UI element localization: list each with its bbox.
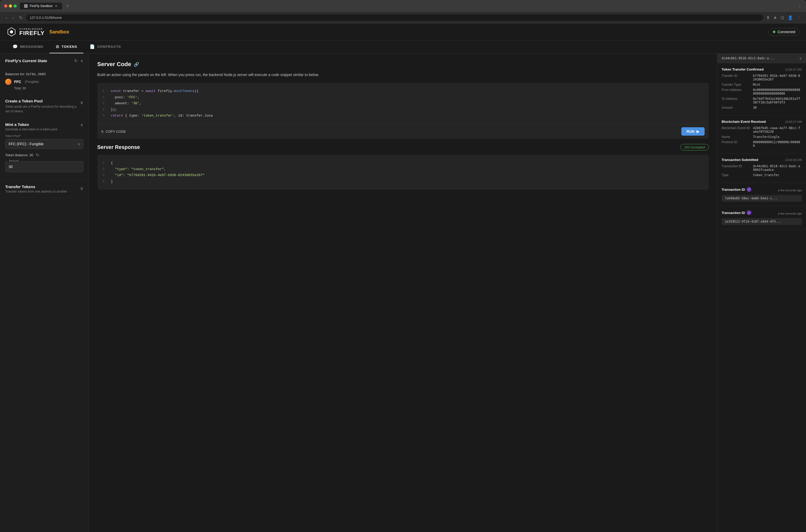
split-view-icon[interactable]: ⊡ <box>780 14 785 21</box>
share-icon[interactable]: ⬆ <box>765 14 771 21</box>
to-address-row: To Address: 0x74df7643a149d148b261aff387… <box>721 97 802 104</box>
transaction-id-2-section: Transaction ID ✓ a few seconds ago 1e359… <box>717 206 806 229</box>
current-state-header[interactable]: FireFly's Current State ↻ ∧ <box>0 54 89 68</box>
token-pool-field: Token Pool* FFC (FFC) - Fungible ∨ <box>5 134 83 149</box>
transaction-submitted-header: Transaction Submitted 12:02:26.378 <box>721 158 802 162</box>
code-content: 1 const transfer = await firefly.mintTok… <box>97 83 709 124</box>
minimize-window-button[interactable] <box>9 4 12 7</box>
app-nav: 💬 MESSAGING ⊙ TOKENS 📄 CONTRACTS <box>0 40 806 54</box>
transfer-id-key: Transfer ID: <box>721 74 753 81</box>
refresh-state-button[interactable]: ↻ <box>74 58 78 63</box>
copy-code-button[interactable]: ⎘ COPY CODE <box>101 130 126 134</box>
url-input[interactable] <box>26 14 763 21</box>
menu-icon[interactable]: ⋮ <box>795 14 802 21</box>
run-button[interactable]: RUN ▶ <box>681 127 705 136</box>
code-line-4: 4 }); <box>102 107 704 113</box>
forward-button[interactable]: › <box>11 14 15 21</box>
create-pool-header[interactable]: Create a Token Pool Token pools are a Fi… <box>0 95 89 118</box>
tx-submitted-id-row: Transaction ID: dc44c6b1-0518-42c2-8adc-… <box>721 164 802 172</box>
from-address-val: 0x00000000000000000000000000000000000000… <box>753 88 802 95</box>
res-line-num-4: 4 <box>102 178 107 185</box>
amount-field-wrapper: Amount <box>5 161 83 172</box>
maximize-window-button[interactable] <box>14 4 17 7</box>
reload-button[interactable]: ↻ <box>18 14 24 21</box>
current-state-content: Balances for: 0x74d...0fdf3 FFC (Fungibl… <box>0 68 89 94</box>
from-address-key: From Address: <box>721 88 753 95</box>
res-line-num-2: 2 <box>102 166 107 172</box>
mint-content: Mint a Token Generate a new token in a t… <box>0 118 89 180</box>
transaction-submitted-section: Transaction Submitted 12:02:26.378 Trans… <box>717 154 806 183</box>
res-text-1: { <box>111 160 113 166</box>
blockchain-event-id-val: 42b6fb45-caaa-4a77-88cc-fa4a70758220 <box>753 126 802 134</box>
browser-titlebar: FireFly Sandbox ✕ + ⋮ <box>0 0 806 12</box>
token-pool-select[interactable]: FFC (FFC) - Fungible <box>5 139 83 149</box>
transaction-submitted-title: Transaction Submitted <box>721 158 758 162</box>
transaction-submitted-timestamp: 12:02:26.378 <box>785 158 802 162</box>
current-state-title: FireFly's Current State <box>5 59 47 63</box>
res-line-num-1: 1 <box>102 160 107 166</box>
server-code-block: 1 const transfer = await firefly.mintTok… <box>97 83 709 139</box>
response-title: Server Response <box>97 144 140 150</box>
transfer-id-row: Transfer ID: b7704391-941b-4e97-b938-024… <box>721 74 802 81</box>
run-label: RUN <box>687 129 694 134</box>
back-button[interactable]: ‹ <box>4 14 8 21</box>
sidebar: FireFly's Current State ↻ ∧ Balances for… <box>0 54 89 532</box>
blockchain-event-id-key: Blockchain Event ID: <box>721 126 753 134</box>
collapse-state-button[interactable]: ∧ <box>80 58 83 63</box>
blockchain-event-section: Blockchain Event Received 12:02:27.249 B… <box>717 115 806 154</box>
amount-input[interactable] <box>5 161 83 172</box>
blockchain-event-header: Blockchain Event Received 12:02:27.249 <box>721 120 802 124</box>
tab-messaging-label: MESSAGING <box>20 45 43 49</box>
transfer-header[interactable]: Transfer Tokens Transfer tokens from one… <box>0 180 89 197</box>
token-balance-label: Token Balance: 30 <box>5 153 33 157</box>
token-type: (Fungible) <box>25 80 39 83</box>
transfer-id-val: b7704391-941b-4e97-b938-02430655e267 <box>753 74 802 81</box>
tab-close-icon[interactable]: ✕ <box>55 4 58 8</box>
connected-dot-icon <box>773 31 775 33</box>
link-icon[interactable]: 🔗 <box>134 62 139 67</box>
line-num-4: 4 <box>102 107 107 113</box>
token-transfer-timestamp: 12:02:27.255 <box>785 68 802 71</box>
blockchain-event-id-row: Blockchain Event ID: 42b6fb45-caaa-4a77-… <box>721 126 802 134</box>
refresh-balance-button[interactable]: ↻ <box>36 153 39 157</box>
transaction-id-2-time: a few seconds ago <box>778 212 802 215</box>
copy-label: COPY CODE <box>106 130 126 134</box>
app-body: FireFly's Current State ↻ ∧ Balances for… <box>0 54 806 532</box>
collapse-mint-button[interactable]: ∧ <box>80 122 83 127</box>
blockchain-event-timestamp: 12:02:27.249 <box>785 120 802 124</box>
token-item: FFC (Fungible) <box>5 79 83 85</box>
logo-area: HYPERLEDGER FIREFLY Sandbox <box>6 27 69 37</box>
tx-submitted-type-key: Type: <box>721 173 753 177</box>
tab-tokens[interactable]: ⊙ TOKENS <box>50 40 83 53</box>
bookmark-icon[interactable]: ★ <box>772 14 778 21</box>
new-tab-button[interactable]: + <box>64 3 71 9</box>
window-controls: ⋮ <box>798 4 802 8</box>
mint-header: Mint a Token Generate a new token in a t… <box>5 122 83 131</box>
blockchain-protocol-key: Protocol ID: <box>721 140 753 148</box>
transfer-type-row: Transfer Type: Mint <box>721 83 802 87</box>
response-block: 1 { 2 "type": "token_transfer", 3 "id": … <box>97 155 709 190</box>
tab-bar: FireFly Sandbox ✕ + <box>20 3 794 10</box>
check-icon-2: ✓ <box>747 210 751 215</box>
browser-tab[interactable]: FireFly Sandbox ✕ <box>20 3 62 10</box>
top-event-id: dc44c6b1-0518-42c2-8adc-a... <box>721 56 774 60</box>
transaction-id-2-title: Transaction ID <box>721 211 745 215</box>
token-transfer-title: Token Transfer Confirmed <box>721 68 764 71</box>
firefly-logo-icon <box>6 27 17 37</box>
tab-contracts[interactable]: 📄 CONTRACTS <box>83 40 127 53</box>
pool-section-text: Create a Token Pool Token pools are a Fi… <box>5 99 80 114</box>
contracts-icon: 📄 <box>90 44 95 49</box>
main-content: Server Code 🔗 Build an action using the … <box>89 54 717 532</box>
transfer-text: Transfer Tokens Transfer tokens from one… <box>5 185 80 193</box>
profile-icon[interactable]: 👤 <box>787 14 794 21</box>
server-code-description: Build an action using the panels on the … <box>97 72 709 78</box>
run-icon: ▶ <box>696 129 699 134</box>
create-pool-chevron-icon: ∨ <box>80 99 83 106</box>
blockchain-name-row: Name: TransferSingle <box>721 135 802 139</box>
response-line-3: 3 "id": "b7704391-941b-4e97-b938-0243065… <box>102 172 704 178</box>
transfer-section: Transfer Tokens Transfer tokens from one… <box>0 180 89 198</box>
transaction-id-2-header: Transaction ID ✓ <box>721 210 751 215</box>
response-line-4: 4 } <box>102 178 704 185</box>
tab-messaging[interactable]: 💬 MESSAGING <box>6 40 50 53</box>
close-window-button[interactable] <box>4 4 7 7</box>
